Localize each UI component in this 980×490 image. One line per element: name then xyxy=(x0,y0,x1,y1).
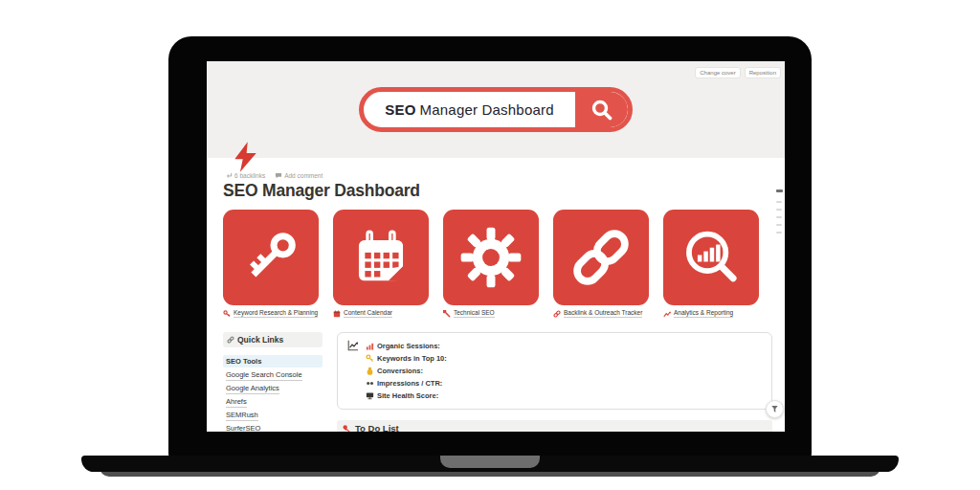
todo-list-header-label: To Do List xyxy=(355,423,399,432)
quick-link-ahrefs[interactable]: Ahrefs xyxy=(223,394,323,408)
metric-keywords-top10: Keywords in Top 10: xyxy=(366,352,447,365)
quick-link-label: Google Search Console xyxy=(226,370,302,381)
tile-label-text: Analytics & Reporting xyxy=(674,309,733,318)
quick-link-label: SurferSEO xyxy=(226,424,260,432)
toc-indicator[interactable] xyxy=(776,216,782,218)
notion-page: Change cover Reposition SEO Manager Dash… xyxy=(207,61,785,432)
chart-up-icon xyxy=(663,310,671,318)
toc-indicator[interactable] xyxy=(776,209,782,211)
money-bag-icon xyxy=(366,367,374,375)
metric-impressions-ctr: Impressions / CTR: xyxy=(366,377,447,390)
line-chart-icon xyxy=(347,340,359,351)
toc-indicator[interactable] xyxy=(776,232,782,234)
cover-buttons: Change cover Reposition xyxy=(695,67,781,78)
tile-label-text: Technical SEO xyxy=(454,309,495,318)
cover-search-text-bold: SEO xyxy=(385,101,415,118)
key-icon xyxy=(366,354,374,363)
calendar-icon xyxy=(350,227,412,288)
cover-search-graphic: SEO Manager Dashboard xyxy=(359,87,633,132)
add-comment-button[interactable]: Add comment xyxy=(275,172,323,179)
metric-conversions: Conversions: xyxy=(366,365,447,377)
link-icon xyxy=(227,336,234,344)
todo-list-header[interactable]: To Do List xyxy=(337,420,772,432)
change-cover-button[interactable]: Change cover xyxy=(695,67,740,78)
tile-analytics-reporting[interactable] xyxy=(663,210,759,305)
eyes-icon xyxy=(366,379,374,388)
quick-link-surferseo[interactable]: SurferSEO xyxy=(223,421,323,432)
backlinks-count: 6 backlinks xyxy=(234,172,265,179)
metrics-callout: Organic Sessions: Keywords in Top 10: Co… xyxy=(337,332,772,410)
quick-link-label: Google Analytics xyxy=(226,384,279,394)
cover-search-text: SEO Manager Dashboard xyxy=(364,92,575,127)
tile-label-text: Backlink & Outreach Tracker xyxy=(564,309,642,318)
wrench-icon xyxy=(443,310,451,318)
quick-link-label: Ahrefs xyxy=(226,397,247,408)
key-icon xyxy=(223,310,231,318)
metric-label: Keywords in Top 10: xyxy=(377,354,447,363)
tile-label-technical-seo[interactable]: Technical SEO xyxy=(443,309,539,318)
quick-link-label: SEMRush xyxy=(226,411,258,421)
quick-link-google-analytics[interactable]: Google Analytics xyxy=(223,381,323,394)
scrollbar-thumb[interactable] xyxy=(776,189,783,192)
metric-organic-sessions: Organic Sessions: xyxy=(366,340,447,352)
filter-floating-button[interactable] xyxy=(766,400,784,418)
magnifier-chart-icon xyxy=(680,227,742,288)
monitor-icon xyxy=(366,391,374,400)
tile-label-text: Keyword Research & Planning xyxy=(234,309,318,318)
tile-backlink-tracker[interactable] xyxy=(553,210,649,305)
metric-lines: Organic Sessions: Keywords in Top 10: Co… xyxy=(366,340,447,402)
reposition-button[interactable]: Reposition xyxy=(745,67,781,78)
chain-link-icon xyxy=(570,227,632,288)
chain-link-icon xyxy=(553,310,561,318)
page-title: SEO Manager Dashboard xyxy=(223,181,420,201)
funnel-icon xyxy=(770,405,779,413)
tile-content-calendar[interactable] xyxy=(333,210,429,305)
toc-indicator[interactable] xyxy=(776,224,782,226)
page-meta-row: 6 backlinks Add comment xyxy=(226,172,323,179)
tile-label-backlink-tracker[interactable]: Backlink & Outreach Tracker xyxy=(553,309,649,318)
add-comment-label: Add comment xyxy=(284,172,323,179)
backlink-arrow-icon xyxy=(226,172,233,179)
comment-icon xyxy=(275,172,282,179)
metric-site-health: Site Health Score: xyxy=(366,390,447,402)
quick-links-column: Quick Links SEO Tools Google Search Cons… xyxy=(223,332,323,432)
dashboard-tiles xyxy=(223,210,759,305)
tile-label-keyword-research[interactable]: Keyword Research & Planning xyxy=(223,309,319,318)
quick-link-semrush[interactable]: SEMRush xyxy=(223,408,323,421)
tile-label-analytics-reporting[interactable]: Analytics & Reporting xyxy=(663,309,759,318)
cover-search-text-rest: Manager Dashboard xyxy=(420,101,554,118)
tile-label-content-calendar[interactable]: Content Calendar xyxy=(333,309,429,318)
laptop-mockup: Change cover Reposition SEO Manager Dash… xyxy=(0,0,980,490)
quick-link-google-search-console[interactable]: Google Search Console xyxy=(223,368,323,381)
tile-labels-row: Keyword Research & Planning Content Cale… xyxy=(223,309,759,318)
key-icon xyxy=(240,227,301,288)
quick-links-group-seo-tools[interactable]: SEO Tools xyxy=(223,355,323,368)
tile-keyword-research[interactable] xyxy=(223,210,319,305)
backlinks-button[interactable]: 6 backlinks xyxy=(226,172,265,179)
content-columns: Quick Links SEO Tools Google Search Cons… xyxy=(223,332,772,432)
metric-label: Impressions / CTR: xyxy=(377,379,442,388)
tile-technical-seo[interactable] xyxy=(443,210,539,305)
quick-links-header-label: Quick Links xyxy=(237,335,283,345)
metric-label: Conversions: xyxy=(377,367,423,375)
page-cover: Change cover Reposition SEO Manager Dash… xyxy=(207,61,785,158)
metric-label: Organic Sessions: xyxy=(377,342,440,350)
toc-indicator[interactable] xyxy=(776,201,782,203)
gear-icon xyxy=(460,227,522,288)
quick-links-header[interactable]: Quick Links xyxy=(223,332,323,347)
bar-chart-icon xyxy=(366,342,374,350)
magnifier-icon xyxy=(575,92,628,127)
calendar-icon xyxy=(333,310,341,318)
metric-label: Site Health Score: xyxy=(377,391,438,400)
pushpin-icon xyxy=(342,424,351,433)
lightning-bolt-icon[interactable] xyxy=(233,142,258,172)
main-column: Organic Sessions: Keywords in Top 10: Co… xyxy=(337,332,772,432)
tile-label-text: Content Calendar xyxy=(344,309,392,318)
laptop-notch xyxy=(440,456,540,468)
